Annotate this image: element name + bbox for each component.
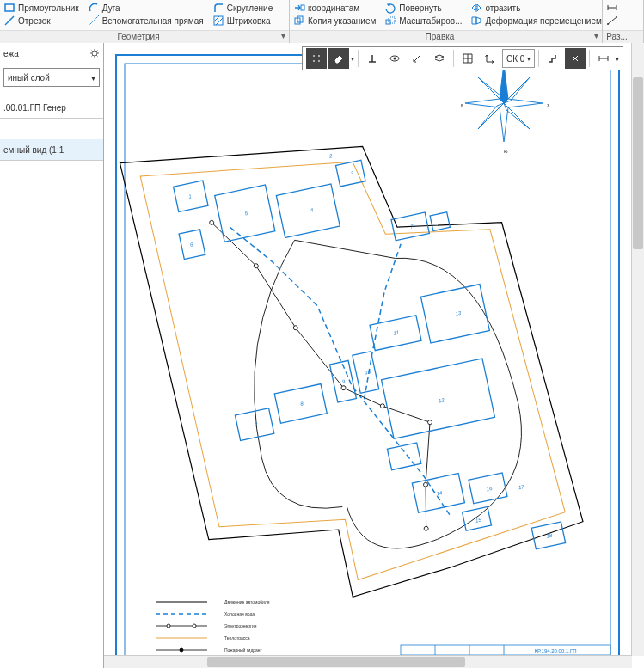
fillet-label: Скругление: [227, 3, 273, 13]
rotate-label: Повернуть: [399, 3, 441, 13]
geometry-group-title: Геометрия: [117, 32, 159, 41]
chevron-down-icon: ▾: [527, 55, 531, 63]
chevron-down-icon: ▾: [91, 73, 95, 83]
svg-text:в: в: [461, 102, 463, 107]
svg-point-80: [167, 624, 170, 628]
vertical-scrollbar[interactable]: [631, 43, 644, 656]
copy-tool[interactable]: Копия указанием: [293, 15, 376, 27]
svg-line-2: [89, 15, 99, 26]
svg-point-16: [607, 23, 609, 25]
tb-grip-icon[interactable]: [306, 48, 327, 69]
by-coords-label: координатам: [308, 3, 359, 13]
svg-point-24: [394, 58, 396, 60]
svg-rect-6: [301, 5, 304, 10]
tb-grid-icon[interactable]: [457, 48, 478, 69]
svg-point-19: [313, 55, 315, 57]
move-by-coords-tool[interactable]: координатам: [293, 2, 376, 14]
svg-point-22: [318, 60, 320, 62]
svg-line-4: [214, 16, 219, 21]
fillet-tool[interactable]: Скругление: [212, 2, 273, 14]
edit-group-title: Правка: [426, 32, 455, 41]
scroll-thumb[interactable]: [207, 657, 465, 667]
tb-layers-icon[interactable]: [429, 48, 450, 69]
aux-line-tool[interactable]: Вспомогательная прямая: [88, 15, 204, 27]
left-panel: ежа иный слой ▾ .00.01.ГП Генер емный ви…: [0, 43, 104, 668]
svg-point-20: [313, 60, 315, 62]
scale-label: Масштабиров...: [399, 16, 462, 26]
svg-text:ю: ю: [504, 149, 508, 154]
tb-step-icon[interactable]: [543, 48, 563, 69]
deform-label: Деформация перемещением: [485, 16, 601, 26]
rotate-tool[interactable]: Повернуть: [384, 2, 462, 14]
svg-line-15: [608, 17, 616, 24]
rectangle-tool[interactable]: Прямоугольник: [3, 2, 79, 14]
tb-visibility-icon[interactable]: [384, 48, 405, 69]
svg-rect-0: [5, 4, 14, 11]
svg-point-18: [92, 51, 97, 56]
segment-tool[interactable]: Отрезок: [3, 15, 79, 27]
size-group-title: Раз...: [606, 32, 628, 41]
doc-tree-item[interactable]: .00.01.ГП Генер: [0, 97, 103, 119]
horizontal-scrollbar[interactable]: [104, 655, 632, 668]
deform-tool[interactable]: Деформация перемещением: [470, 15, 601, 27]
tb-ucs-icon[interactable]: [480, 48, 500, 69]
title-block-code: КР.194.20.00.1.ГП: [535, 648, 577, 653]
tb-eraser-icon[interactable]: [328, 48, 349, 69]
coord-system-combo[interactable]: СК 0▾: [502, 49, 535, 68]
tb-dim-icon[interactable]: [593, 48, 614, 69]
legend-item: Электроэнергия: [224, 623, 257, 628]
legend-item: Движение автомобиля: [224, 599, 270, 604]
layer-combo[interactable]: иный слой ▾: [3, 68, 100, 87]
edit-expand-icon[interactable]: ▾: [592, 32, 600, 40]
svg-point-17: [616, 16, 617, 18]
rectangle-label: Прямоугольник: [18, 3, 79, 13]
svg-text:з: з: [547, 102, 549, 107]
svg-point-84: [180, 648, 183, 652]
panel-tab[interactable]: ежа: [0, 43, 103, 64]
dim-tool-2[interactable]: [606, 15, 618, 27]
geometry-expand-icon[interactable]: ▾: [279, 32, 287, 40]
hatch-tool[interactable]: Штриховка: [212, 15, 273, 27]
segment-label: Отрезок: [18, 16, 51, 26]
view-tree-item[interactable]: емный вид (1:1: [0, 139, 103, 161]
tb-dropdown-1[interactable]: ▾: [351, 55, 354, 63]
mirror-tool[interactable]: отразить: [470, 2, 601, 14]
tb-axis-icon[interactable]: [407, 48, 427, 69]
drawing-canvas[interactable]: в з ю: [104, 43, 633, 656]
panel-settings-icon[interactable]: [89, 48, 100, 58]
arc-label: Дуга: [102, 3, 120, 13]
svg-rect-25: [104, 43, 633, 656]
legend-item: Холодная вода: [224, 611, 255, 616]
scroll-thumb[interactable]: [633, 77, 643, 249]
svg-point-21: [318, 55, 320, 57]
dim-tool-1[interactable]: [606, 2, 618, 14]
svg-point-81: [193, 624, 196, 628]
copy-label: Копия указанием: [308, 16, 376, 26]
hatch-label: Штриховка: [227, 16, 271, 26]
legend-item: Пожарный гидрант: [224, 647, 263, 653]
scale-tool[interactable]: Масштабиров...: [384, 15, 462, 27]
aux-line-label: Вспомогательная прямая: [102, 16, 204, 26]
mirror-label: отразить: [485, 3, 520, 13]
legend-item: Теплотрасса: [224, 635, 250, 640]
tb-perpendicular-icon[interactable]: [362, 48, 383, 69]
tb-ortho-icon[interactable]: [565, 48, 586, 69]
view-toolbar: ▾ СК 0▾ ▾: [302, 46, 623, 70]
svg-line-1: [5, 16, 14, 25]
tb-dropdown-2[interactable]: ▾: [616, 55, 619, 63]
arc-tool[interactable]: Дуга: [88, 2, 204, 14]
